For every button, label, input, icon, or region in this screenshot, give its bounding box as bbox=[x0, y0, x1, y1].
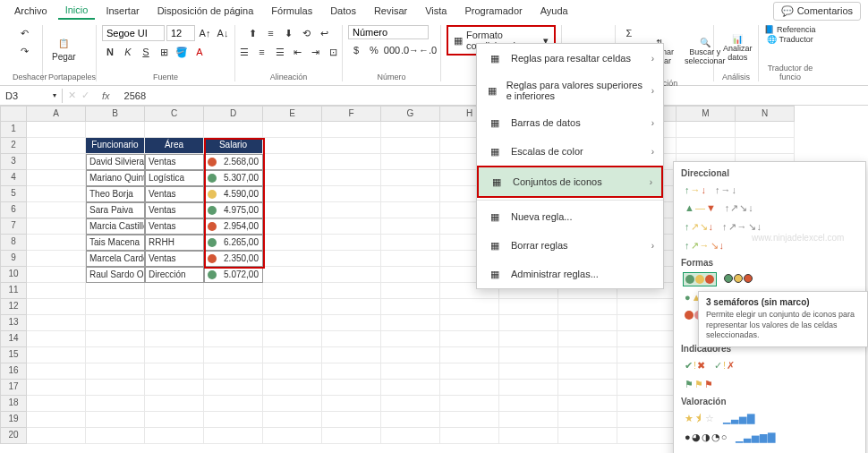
reference-button[interactable]: 📘 Referencia bbox=[764, 25, 815, 34]
align-left-button[interactable]: ☰ bbox=[236, 44, 252, 60]
cell-C18[interactable] bbox=[145, 396, 204, 412]
cell-K20[interactable] bbox=[558, 428, 617, 444]
cell-G7[interactable] bbox=[381, 218, 440, 235]
cell-M2[interactable] bbox=[677, 138, 736, 154]
cell-G15[interactable] bbox=[381, 347, 440, 363]
row-header-14[interactable]: 14 bbox=[0, 331, 27, 347]
cell-F15[interactable] bbox=[322, 347, 381, 363]
cell-B8[interactable]: Tais Macena bbox=[86, 235, 145, 251]
cell-K19[interactable] bbox=[558, 412, 617, 428]
cell-K13[interactable] bbox=[558, 315, 617, 331]
align-right-button[interactable]: ☰ bbox=[272, 44, 288, 60]
row-header-10[interactable]: 10 bbox=[0, 267, 27, 283]
fill-color-button[interactable]: 🪣 bbox=[174, 44, 190, 60]
cell-F1[interactable] bbox=[322, 122, 381, 138]
col-header-A[interactable]: A bbox=[27, 106, 86, 122]
row-header-11[interactable]: 11 bbox=[0, 283, 27, 299]
paste-button[interactable]: 📋 Pegar bbox=[48, 32, 80, 64]
cell-K14[interactable] bbox=[558, 331, 617, 347]
orientation-button[interactable]: ⟲ bbox=[299, 25, 315, 41]
font-size-select[interactable] bbox=[166, 25, 195, 41]
cell-A4[interactable] bbox=[27, 170, 86, 186]
menu-revisar[interactable]: Revisar bbox=[367, 3, 414, 19]
cell-E8[interactable] bbox=[263, 235, 322, 251]
undo-button[interactable]: ↶ bbox=[17, 25, 33, 41]
cell-B17[interactable] bbox=[86, 380, 145, 396]
align-bottom-button[interactable]: ⬇ bbox=[281, 25, 297, 41]
icon-set-3symbols[interactable]: ✓!✗ bbox=[712, 358, 736, 373]
cell-H15[interactable] bbox=[440, 347, 499, 363]
cell-A17[interactable] bbox=[27, 380, 86, 396]
cell-A1[interactable] bbox=[27, 122, 86, 138]
cell-L18[interactable] bbox=[617, 396, 677, 412]
cell-B4[interactable]: Mariano Quintela bbox=[86, 170, 145, 186]
cell-I15[interactable] bbox=[499, 347, 558, 363]
cell-B2[interactable]: Funcionario bbox=[86, 138, 145, 154]
cell-F10[interactable] bbox=[322, 267, 381, 283]
icon-set-3traffic-lights-unrimmed[interactable] bbox=[683, 272, 717, 286]
cell-G14[interactable] bbox=[381, 331, 440, 347]
cell-E18[interactable] bbox=[263, 396, 322, 412]
cell-I12[interactable] bbox=[499, 299, 558, 315]
wrap-text-button[interactable]: ↩ bbox=[317, 25, 333, 41]
cell-C20[interactable] bbox=[145, 428, 204, 444]
cell-A9[interactable] bbox=[27, 251, 86, 267]
cell-F20[interactable] bbox=[322, 428, 381, 444]
row-header-19[interactable]: 19 bbox=[0, 412, 27, 428]
cell-F19[interactable] bbox=[322, 412, 381, 428]
cell-B19[interactable] bbox=[86, 412, 145, 428]
cell-H18[interactable] bbox=[440, 396, 499, 412]
icon-set-5bars[interactable]: ▁▃▅▇ bbox=[721, 411, 756, 426]
cell-D4[interactable]: 5.307,00 bbox=[204, 170, 263, 186]
cell-D17[interactable] bbox=[204, 380, 263, 396]
cell-F14[interactable] bbox=[322, 331, 381, 347]
font-color-button[interactable]: A bbox=[191, 44, 208, 60]
cell-H20[interactable] bbox=[440, 428, 499, 444]
icon-set-3arrows-gray[interactable]: ↑→↓ bbox=[713, 183, 738, 197]
number-format-select[interactable] bbox=[348, 25, 429, 39]
cell-F7[interactable] bbox=[322, 218, 381, 235]
cell-G3[interactable] bbox=[381, 154, 440, 170]
row-header-20[interactable]: 20 bbox=[0, 428, 27, 444]
cell-F13[interactable] bbox=[322, 315, 381, 331]
cell-K17[interactable] bbox=[558, 380, 617, 396]
cell-F17[interactable] bbox=[322, 380, 381, 396]
cell-E7[interactable] bbox=[263, 218, 322, 235]
redo-button[interactable]: ↷ bbox=[17, 43, 33, 59]
cell-D18[interactable] bbox=[204, 396, 263, 412]
cell-C17[interactable] bbox=[145, 380, 204, 396]
menu-programador[interactable]: Programador bbox=[457, 3, 529, 19]
icon-set-3triangles[interactable]: ▲—▼ bbox=[683, 201, 718, 216]
analyze-data-button[interactable]: 📊 Analizar datos bbox=[719, 32, 756, 64]
row-header-2[interactable]: 2 bbox=[0, 138, 27, 154]
cell-F18[interactable] bbox=[322, 396, 381, 412]
row-header-4[interactable]: 4 bbox=[0, 170, 27, 186]
cell-L13[interactable] bbox=[617, 315, 677, 331]
col-header-N[interactable]: N bbox=[736, 106, 795, 122]
increase-font-button[interactable]: A↑ bbox=[197, 25, 213, 41]
row-header-8[interactable]: 8 bbox=[0, 235, 27, 251]
cell-G2[interactable] bbox=[381, 138, 440, 154]
cell-D6[interactable]: 4.975,00 bbox=[204, 202, 263, 218]
cell-E5[interactable] bbox=[263, 186, 322, 202]
accept-icon[interactable]: ✓ bbox=[81, 90, 89, 101]
icon-set-5bars2[interactable]: ▁▃▅▆▇ bbox=[734, 430, 777, 445]
cell-D11[interactable] bbox=[204, 283, 263, 299]
border-button[interactable]: ⊞ bbox=[156, 44, 172, 60]
comma-button[interactable]: 000 bbox=[384, 42, 400, 58]
cell-A18[interactable] bbox=[27, 396, 86, 412]
cell-I19[interactable] bbox=[499, 412, 558, 428]
cell-G13[interactable] bbox=[381, 315, 440, 331]
col-header-B[interactable]: B bbox=[86, 106, 145, 122]
row-header-13[interactable]: 13 bbox=[0, 315, 27, 331]
icon-set-3arrows[interactable]: ↑→↓ bbox=[683, 183, 708, 197]
autosum-button[interactable]: Σ bbox=[621, 25, 637, 41]
cell-A5[interactable] bbox=[27, 186, 86, 202]
cell-G4[interactable] bbox=[381, 170, 440, 186]
cell-G18[interactable] bbox=[381, 396, 440, 412]
icon-set-3symbols-circled[interactable]: ✔!✖ bbox=[683, 358, 707, 373]
col-header-D[interactable]: D bbox=[204, 106, 263, 122]
cell-F12[interactable] bbox=[322, 299, 381, 315]
cell-B13[interactable] bbox=[86, 315, 145, 331]
cell-B10[interactable]: Raul Sardo Oleiro bbox=[86, 267, 145, 283]
